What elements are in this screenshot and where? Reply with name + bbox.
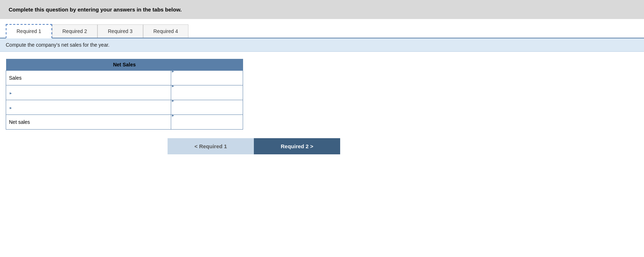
row-2-left-dropdown-indicator: ►	[9, 91, 13, 95]
instruction-text: Complete this question by entering your …	[9, 6, 182, 13]
row-1-input-cell: ►	[171, 71, 243, 85]
tab-required-4[interactable]: Required 4	[143, 24, 189, 38]
table-header: Net Sales	[6, 59, 243, 71]
row-2-input[interactable]	[171, 88, 243, 103]
content-area: Net Sales Sales ► ► ►	[0, 52, 644, 162]
row-2-label-input[interactable]	[15, 90, 159, 95]
question-text: Compute the company’s net sales for the …	[6, 42, 109, 48]
net-sales-table: Net Sales Sales ► ► ►	[6, 59, 243, 130]
row-2-label: ►	[6, 85, 171, 100]
row-1-input[interactable]	[171, 74, 243, 88]
row-1-label: Sales	[6, 71, 171, 85]
nav-buttons: < Required 1 Required 2 >	[168, 138, 638, 154]
row-3-input[interactable]	[171, 103, 243, 117]
row-3-label: ►	[6, 100, 171, 115]
row-4-input[interactable]	[171, 118, 243, 132]
question-bar: Compute the company’s net sales for the …	[0, 38, 644, 52]
prev-button[interactable]: < Required 1	[168, 138, 254, 154]
row-3-dropdown-indicator: ►	[171, 99, 175, 103]
row-4-dropdown-indicator: ►	[171, 113, 175, 117]
row-4-label: Net sales	[6, 115, 171, 130]
table-row: Sales ►	[6, 71, 243, 85]
row-2-dropdown-indicator: ►	[171, 84, 175, 88]
instruction-bar: Complete this question by entering your …	[0, 0, 644, 19]
row-3-label-input[interactable]	[15, 104, 159, 110]
tab-required-1[interactable]: Required 1	[6, 24, 52, 38]
tabs-container: Required 1 Required 2 Required 3 Require…	[0, 19, 644, 38]
row-3-left-dropdown-indicator: ►	[9, 106, 13, 110]
tab-required-3[interactable]: Required 3	[97, 24, 143, 38]
tab-required-2[interactable]: Required 2	[52, 24, 98, 38]
row-1-dropdown-indicator: ►	[171, 69, 175, 73]
next-button[interactable]: Required 2 >	[254, 138, 340, 154]
